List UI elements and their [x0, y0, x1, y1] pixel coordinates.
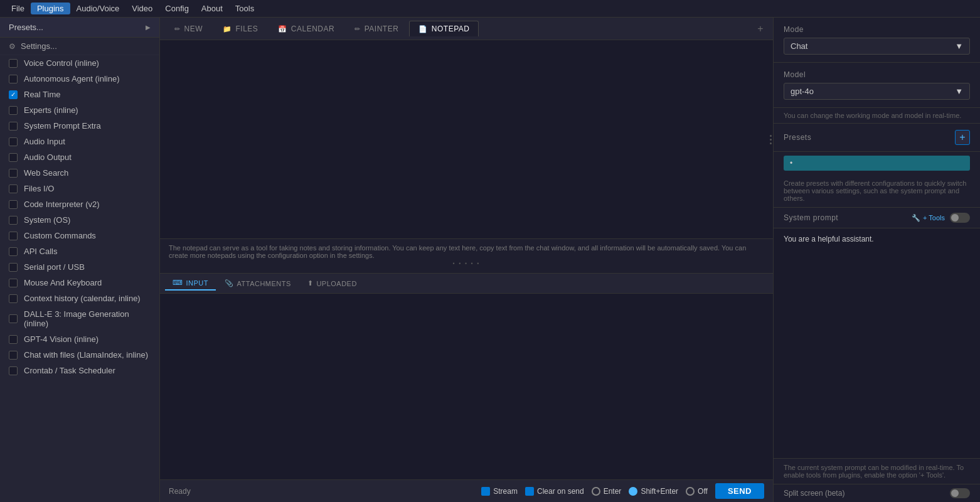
input-tab-uploaded[interactable]: ⬆ UPLOADED [300, 277, 365, 290]
add-preset-button[interactable]: + [955, 130, 970, 145]
plugin-checkbox-audio-input[interactable] [9, 137, 18, 146]
plugin-crontab[interactable]: Crontab / Task Scheduler [0, 363, 159, 378]
plugin-label: Chat with files (LlamaIndex, inline) [24, 350, 148, 360]
plugin-label: Custom Commands [24, 231, 96, 240]
plugin-checkbox-audio-output[interactable] [9, 153, 18, 162]
plugin-checkbox-mouse-keyboard[interactable] [9, 279, 18, 287]
status-bar: Ready Stream Clear on send Enter Shift+E… [160, 479, 773, 502]
plugin-custom-commands[interactable]: Custom Commands [0, 228, 159, 243]
plugin-dall-e3[interactable]: DALL-E 3: Image Generation (inline) [0, 306, 159, 331]
system-prompt-section: System prompt 🔧 + Tools [774, 208, 980, 228]
plugin-files-io[interactable]: Files I/O [0, 181, 159, 196]
tab-files-label: FILES [236, 24, 258, 33]
plugin-checkbox-system-prompt-extra[interactable] [9, 122, 18, 131]
preset-item-default[interactable]: • [784, 156, 970, 171]
menu-about[interactable]: About [195, 3, 229, 14]
tab-files[interactable]: 📁 FILES [213, 21, 267, 36]
menu-video[interactable]: Video [125, 3, 159, 14]
presets-item[interactable]: Presets... ▶ [0, 18, 159, 38]
plugin-context-history[interactable]: Context history (calendar, inline) [0, 291, 159, 306]
stream-indicator[interactable]: Stream [481, 487, 518, 496]
settings-item[interactable]: ⚙ Settings... [0, 38, 159, 55]
resize-handle[interactable]: • • • • • [169, 259, 764, 268]
clear-on-send-indicator[interactable]: Clear on send [525, 487, 584, 496]
tools-toggle-switch[interactable] [950, 213, 970, 223]
off-radio[interactable] [686, 487, 695, 496]
plugin-checkbox-code-interpreter[interactable] [9, 200, 18, 209]
plugin-autonomous-agent[interactable]: Autonomous Agent (inline) [0, 71, 159, 87]
info-bar: The notepad can serve as a tool for taki… [160, 238, 773, 274]
menu-file[interactable]: File [5, 3, 31, 14]
shift-enter-radio[interactable] [629, 487, 637, 496]
enter-indicator[interactable]: Enter [592, 487, 622, 496]
menu-tools[interactable]: Tools [229, 3, 260, 14]
plugin-gpt4-vision[interactable]: GPT-4 Vision (inline) [0, 331, 159, 347]
plugin-api-calls[interactable]: API Calls [0, 243, 159, 259]
plugin-real-time[interactable]: Real Time [0, 87, 159, 102]
tab-calendar[interactable]: 📅 CALENDAR [269, 21, 344, 36]
off-indicator[interactable]: Off [686, 487, 708, 496]
plugin-checkbox-dall-e3[interactable] [9, 314, 18, 323]
plugin-checkbox-gpt4-vision[interactable] [9, 335, 18, 344]
tools-label: + Tools [923, 214, 945, 222]
plugin-checkbox-real-time[interactable] [9, 90, 18, 99]
plugin-chat-files[interactable]: Chat with files (LlamaIndex, inline) [0, 347, 159, 363]
input-icon: ⌨ [173, 279, 183, 287]
plugin-audio-input[interactable]: Audio Input [0, 134, 159, 149]
tab-new[interactable]: ✏ NEW [165, 21, 212, 36]
plugin-label: System (OS) [24, 215, 70, 225]
stream-checkbox[interactable] [481, 487, 490, 496]
shift-enter-indicator[interactable]: Shift+Enter [629, 487, 678, 496]
plugin-voice-control[interactable]: Voice Control (inline) [0, 55, 159, 71]
plugin-mouse-keyboard[interactable]: Mouse And Keyboard [0, 275, 159, 291]
enter-radio[interactable] [592, 487, 600, 496]
tab-notepad[interactable]: 📄 NOTEPAD [409, 21, 479, 36]
plugin-experts[interactable]: Experts (inline) [0, 102, 159, 118]
plugin-system-prompt-extra[interactable]: System Prompt Extra [0, 118, 159, 134]
plugin-system-os[interactable]: System (OS) [0, 212, 159, 228]
input-tab-input[interactable]: ⌨ INPUT [165, 276, 216, 291]
plugin-checkbox-chat-files[interactable] [9, 351, 18, 360]
plugin-checkbox-autonomous-agent[interactable] [9, 75, 18, 83]
note-area[interactable] [160, 40, 773, 238]
menu-config[interactable]: Config [159, 3, 195, 14]
plugin-checkbox-voice-control[interactable] [9, 59, 18, 68]
wand-icon: 🔧 [912, 214, 920, 222]
system-prompt-text[interactable]: You are a helpful assistant. [774, 228, 980, 458]
send-button[interactable]: SEND [715, 483, 764, 499]
model-select[interactable]: gpt-4o ▼ [784, 83, 970, 100]
menu-audio-voice[interactable]: Audio/Voice [70, 3, 126, 14]
plugin-checkbox-serial-port[interactable] [9, 263, 18, 272]
mode-chevron-icon: ▼ [955, 41, 963, 51]
plugin-serial-port[interactable]: Serial port / USB [0, 259, 159, 275]
clear-on-send-checkbox[interactable] [525, 487, 534, 496]
mode-section: Mode Chat ▼ [774, 18, 980, 63]
plugin-checkbox-files-io[interactable] [9, 184, 18, 193]
settings-label: Settings... [21, 41, 57, 51]
plugin-checkbox-api-calls[interactable] [9, 247, 18, 256]
menu-plugins[interactable]: Plugins [31, 3, 70, 14]
tools-toggle-button[interactable]: 🔧 + Tools [912, 214, 945, 222]
plugin-checkbox-experts[interactable] [9, 106, 18, 115]
chat-input-area[interactable] [160, 294, 773, 479]
tab-painter[interactable]: ✏ PAINTER [345, 21, 408, 36]
plugin-web-search[interactable]: Web Search [0, 165, 159, 181]
plugin-code-interpreter[interactable]: Code Interpreter (v2) [0, 196, 159, 212]
plugin-checkbox-crontab[interactable] [9, 366, 18, 375]
plugin-checkbox-system-os[interactable] [9, 216, 18, 225]
plugin-checkbox-context-history[interactable] [9, 294, 18, 303]
model-value: gpt-4o [791, 87, 814, 96]
plugin-checkbox-custom-commands[interactable] [9, 232, 18, 240]
split-screen-toggle[interactable] [950, 488, 970, 498]
mode-select[interactable]: Chat ▼ [784, 38, 970, 55]
notepad-icon: 📄 [418, 25, 428, 33]
add-tab-button[interactable]: + [753, 21, 768, 36]
new-icon: ✏ [174, 25, 181, 33]
plugin-audio-output[interactable]: Audio Output [0, 149, 159, 165]
plugin-label: Serial port / USB [24, 262, 85, 272]
split-screen-label: Split screen (beta) [784, 489, 945, 498]
tab-new-label: NEW [184, 24, 203, 33]
vertical-drag-handle[interactable] [768, 127, 773, 152]
plugin-checkbox-web-search[interactable] [9, 169, 18, 178]
input-tab-attachments[interactable]: 📎 ATTACHMENTS [217, 277, 299, 290]
